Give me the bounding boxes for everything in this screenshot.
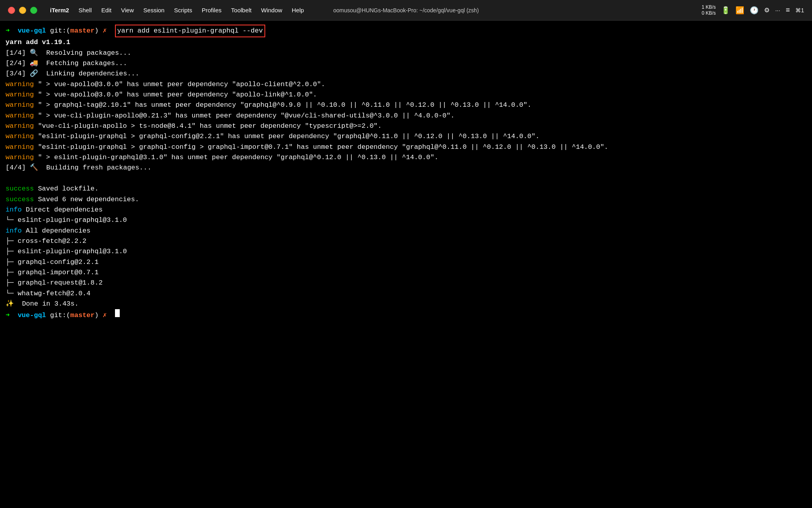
all-dep-6: └─ whatwg-fetch@2.0.4 <box>6 289 806 299</box>
menu-help[interactable]: Help <box>287 5 309 15</box>
done-line: ✨ Done in 3.43s. <box>6 299 806 309</box>
terminal-cursor <box>115 309 120 317</box>
info-text-all: All dependencies <box>22 226 90 236</box>
wifi-icon: 📶 <box>735 6 744 15</box>
success-label-1: success <box>6 184 34 194</box>
warning-5: warning "vue-cli-plugin-apollo > ts-node… <box>6 121 806 131</box>
step-3-text: [3/4] 🔗 Linking dependencies... <box>6 69 139 79</box>
warning-7: warning "eslint-plugin-graphql > graphql… <box>6 142 806 152</box>
warning-text-7: "eslint-plugin-graphql > graphql-config … <box>34 142 608 152</box>
prompt-git-label: git:( <box>50 26 70 36</box>
warning-text-3: " > graphql-tag@2.10.1" has unmet peer d… <box>34 100 531 110</box>
warning-text-6: "eslint-plugin-graphql > graphql-config@… <box>34 131 539 142</box>
final-prompt-x: ✗ <box>103 310 107 321</box>
status-icons: 1 KB/s0 KB/s 🔋 📶 🕐 ⚙ ··· ≡ ⌘1 <box>702 4 804 16</box>
info-label-direct: info <box>6 205 22 215</box>
warning-text-5: "vue-cli-plugin-apollo > ts-node@8.4.1" … <box>34 121 381 131</box>
menu-shell[interactable]: Shell <box>74 5 96 15</box>
titlebar-left: iTerm2 Shell Edit View Session Scripts P… <box>8 5 309 15</box>
menu-toolbelt[interactable]: Toolbelt <box>226 5 257 15</box>
all-dep-2: ├─ eslint-plugin-graphql@3.1.0 <box>6 246 806 257</box>
all-dep-4: ├─ graphql-import@0.7.1 <box>6 267 806 278</box>
info-all-line: info All dependencies <box>6 226 806 236</box>
menu-session[interactable]: Session <box>139 5 169 15</box>
more-icons: ··· <box>775 7 780 13</box>
done-text: ✨ Done in 3.43s. <box>6 299 79 309</box>
final-prompt-dir: vue-gql <box>18 310 46 321</box>
menu-scripts[interactable]: Scripts <box>169 5 197 15</box>
success-2-line: success Saved 6 new dependencies. <box>6 194 806 205</box>
warning-label-6: warning <box>6 131 34 142</box>
final-prompt-line: ➜ vue-gql git:(master) ✗ <box>6 309 806 321</box>
terminal[interactable]: ➜ vue-gql git:(master) ✗ yarn add eslint… <box>0 21 812 508</box>
warning-label-2: warning <box>6 90 34 100</box>
all-dep-2-text: ├─ eslint-plugin-graphql@3.1.0 <box>6 246 127 257</box>
menu-view[interactable]: View <box>116 5 138 15</box>
list-icon: ≡ <box>786 6 790 14</box>
final-prompt-arrow: ➜ <box>6 310 10 321</box>
final-prompt-branch: master <box>70 310 94 321</box>
step-3-line: [3/4] 🔗 Linking dependencies... <box>6 69 806 79</box>
maximize-button[interactable] <box>30 7 37 14</box>
direct-dep-1-text: └─ eslint-plugin-graphql@3.1.0 <box>6 215 127 225</box>
warning-text-2: " > vue-apollo@3.0.0" has unmet peer dep… <box>34 90 317 100</box>
yarn-version-line: yarn add v1.19.1 <box>6 37 806 48</box>
all-dep-5: ├─ graphql-request@1.8.2 <box>6 278 806 288</box>
network-status: 1 KB/s0 KB/s <box>702 4 716 16</box>
minimize-button[interactable] <box>19 7 26 14</box>
control-center-icon: ⚙ <box>764 6 770 14</box>
warning-8: warning " > eslint-plugin-graphql@3.1.0"… <box>6 152 806 163</box>
menu-edit[interactable]: Edit <box>96 5 116 15</box>
menu-bar: iTerm2 Shell Edit View Session Scripts P… <box>45 5 309 15</box>
warning-text-1: " > vue-apollo@3.0.0" has unmet peer dep… <box>34 79 325 90</box>
all-dep-1: ├─ cross-fetch@2.2.2 <box>6 236 806 246</box>
titlebar: iTerm2 Shell Edit View Session Scripts P… <box>0 0 812 21</box>
success-1-line: success Saved lockfile. <box>6 184 806 194</box>
warning-label-8: warning <box>6 152 34 163</box>
warning-text-8: " > eslint-plugin-graphql@3.1.0" has unm… <box>34 152 438 163</box>
warning-text-4: " > vue-cli-plugin-apollo@0.21.3" has un… <box>34 111 454 121</box>
warning-4: warning " > vue-cli-plugin-apollo@0.21.3… <box>6 111 806 121</box>
warning-3: warning " > graphql-tag@2.10.1" has unme… <box>6 100 806 110</box>
window-title: oomusou@HUNGs-MacBook-Pro: ~/code/gql/vu… <box>333 7 479 13</box>
all-dep-1-text: ├─ cross-fetch@2.2.2 <box>6 236 86 246</box>
all-dep-3: ├─ graphql-config@2.2.1 <box>6 257 806 267</box>
warning-label-5: warning <box>6 121 34 131</box>
step-4-line: [4/4] 🔨 Building fresh packages... <box>6 163 806 173</box>
all-dep-5-text: ├─ graphql-request@1.8.2 <box>6 278 103 288</box>
warning-label-4: warning <box>6 111 34 121</box>
final-prompt-git-label: git:( <box>50 310 70 321</box>
keyboard-shortcut: ⌘1 <box>795 7 804 13</box>
traffic-lights <box>8 7 37 14</box>
warning-2: warning " > vue-apollo@3.0.0" has unmet … <box>6 90 806 100</box>
battery-icon: 🔋 <box>721 6 730 15</box>
empty-line-1 <box>6 173 806 184</box>
info-text-direct: Direct dependencies <box>22 205 103 215</box>
step-2-text: [2/4] 🚚 Fetching packages... <box>6 58 127 69</box>
all-dep-4-text: ├─ graphql-import@0.7.1 <box>6 267 99 278</box>
prompt-dir: vue-gql <box>18 26 46 36</box>
menu-profiles[interactable]: Profiles <box>197 5 226 15</box>
prompt-arrow: ➜ <box>6 26 10 36</box>
info-label-all: info <box>6 226 22 236</box>
prompt-branch: master <box>70 26 94 36</box>
command-line: ➜ vue-gql git:(master) ✗ yarn add eslint… <box>6 25 806 37</box>
clock-icon: 🕐 <box>750 6 758 15</box>
step-2-line: [2/4] 🚚 Fetching packages... <box>6 58 806 69</box>
yarn-version-text: yarn add v1.19.1 <box>6 37 70 48</box>
prompt-x: ✗ <box>103 26 107 36</box>
warning-1: warning " > vue-apollo@3.0.0" has unmet … <box>6 79 806 90</box>
success-text-1: Saved lockfile. <box>34 184 98 194</box>
direct-dep-1: └─ eslint-plugin-graphql@3.1.0 <box>6 215 806 225</box>
all-dep-3-text: ├─ graphql-config@2.2.1 <box>6 257 99 267</box>
warning-label-3: warning <box>6 100 34 110</box>
warning-6: warning "eslint-plugin-graphql > graphql… <box>6 131 806 142</box>
close-button[interactable] <box>8 7 15 14</box>
command-text: yarn add eslint-plugin-graphql --dev <box>115 25 265 37</box>
info-direct-line: info Direct dependencies <box>6 205 806 215</box>
warning-label-1: warning <box>6 79 34 90</box>
step-1-line: [1/4] 🔍 Resolving packages... <box>6 48 806 58</box>
step-1-text: [1/4] 🔍 Resolving packages... <box>6 48 131 58</box>
menu-window[interactable]: Window <box>257 5 287 15</box>
menu-iterm2[interactable]: iTerm2 <box>45 5 74 15</box>
